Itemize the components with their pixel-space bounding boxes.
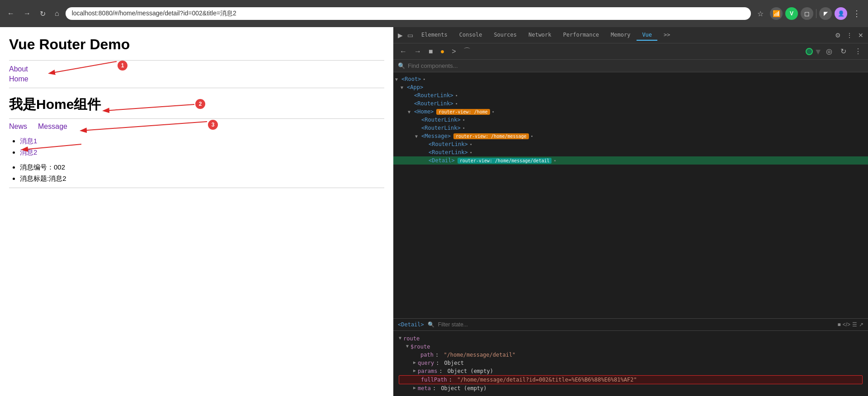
message-link[interactable]: Message (38, 123, 67, 131)
forward-button[interactable]: → (21, 8, 33, 19)
dt-refresh-icon[interactable]: ↻ (838, 46, 849, 57)
extension-icon-1[interactable]: 📶 (770, 7, 783, 20)
devtools-tab-bar: ▶ ▭ Elements Console Sources Network Per… (393, 27, 868, 43)
tab-memory[interactable]: Memory (605, 30, 636, 41)
address-bar[interactable] (66, 7, 751, 20)
tree-dot-rl2: • (455, 101, 458, 106)
state-path-colon: : (435, 352, 442, 358)
state-section-key: route (403, 335, 420, 342)
home-button[interactable]: ⌂ (52, 8, 62, 19)
devtools-close-icon[interactable]: ✕ (856, 31, 865, 40)
dt-target-icon[interactable]: ◎ (823, 46, 835, 57)
tree-node-routerlink-6[interactable]: <RouterLink> • (393, 148, 868, 156)
extension-icon-2[interactable]: V (785, 7, 798, 20)
state-meta-arrow[interactable]: ▶ (413, 385, 416, 390)
tree-node-routerlink-2[interactable]: <RouterLink> • (393, 99, 868, 108)
chrome-actions: 📶 V ◻ ◤ 👤 ⋮ (770, 7, 863, 20)
tree-node-home[interactable]: ▼ <Home> router-view: /home • (393, 108, 868, 116)
state-route-arrow[interactable]: ▼ (406, 344, 409, 349)
tree-dot-rl4: • (462, 126, 465, 131)
message-item-2: 消息2 (20, 148, 384, 157)
about-link[interactable]: About (9, 65, 384, 73)
state-panel: <Detail> 🔍 ■ </> ☰ ↗ ▼ route ▼ $route (393, 319, 868, 396)
state-filter-input[interactable] (438, 321, 834, 328)
devtools-inspect-icon[interactable]: ▶ (396, 31, 405, 40)
state-query-row: ▶ query : Object (399, 359, 863, 367)
message-link-2[interactable]: 消息2 (20, 148, 37, 156)
devtools-options-icon[interactable]: ⋮ (844, 31, 854, 40)
state-action-scroll[interactable]: ■ (837, 321, 840, 328)
tab-performance[interactable]: Performance (558, 30, 604, 41)
tree-tag-rl3: <RouterLink> (421, 117, 461, 123)
state-action-open[interactable]: ↗ (859, 321, 863, 328)
tree-node-message[interactable]: ▼ <Message> router-view: /home/message • (393, 132, 868, 140)
state-query-arrow[interactable]: ▶ (413, 360, 416, 365)
tab-more[interactable]: >> (658, 30, 675, 41)
message-link-1[interactable]: 消息1 (20, 137, 37, 145)
news-link[interactable]: News (9, 123, 27, 131)
tree-node-root[interactable]: ▼ <Root> • (393, 75, 868, 83)
dt-chevron-icon[interactable]: > (449, 47, 458, 57)
tree-dot-rl6: • (470, 150, 472, 155)
tree-node-routerlink-1[interactable]: <RouterLink> • (393, 91, 868, 99)
cast-icon[interactable]: ◤ (819, 7, 832, 20)
dt-circle-icon[interactable]: ● (438, 47, 448, 57)
tab-network[interactable]: Network (523, 30, 557, 41)
star-icon[interactable]: ☆ (755, 8, 766, 20)
state-body: ▼ route ▼ $route path : "/home/message/d… (393, 331, 868, 396)
detail-list: 消息编号：002 消息标题:消息2 (20, 163, 384, 183)
reload-button[interactable]: ↻ (37, 8, 48, 20)
state-params-key: params (418, 368, 437, 374)
state-params-arrow[interactable]: ▶ (413, 368, 416, 373)
devtools-nav: ← → ■ ● > ⌒ ▼ ◎ ↻ ⋮ (393, 43, 868, 60)
state-route-row: ▼ $route (399, 343, 863, 351)
tree-dot-message: • (531, 134, 533, 139)
state-section-arrow[interactable]: ▼ (399, 335, 401, 340)
tree-node-app[interactable]: ▼ <App> (393, 83, 868, 91)
tab-sources[interactable]: Sources (488, 30, 522, 41)
annotation-badge-1: 1 (118, 61, 127, 71)
message-list: 消息1 消息2 (20, 137, 384, 157)
tree-arrow-rl6 (422, 150, 428, 155)
dt-hierarchy-icon[interactable]: ⌒ (461, 46, 473, 57)
dt-back-btn[interactable]: ← (397, 47, 410, 57)
dt-more-icon[interactable]: ⋮ (852, 46, 864, 57)
page-title: Vue Router Demo (9, 36, 384, 53)
state-fullpath-value: "/home/message/detail?id=002&title=%E6%B… (457, 377, 637, 383)
tree-dot-root: • (423, 77, 425, 82)
state-section-row: ▼ route (399, 335, 863, 343)
tree-node-routerlink-3[interactable]: <RouterLink> • (393, 116, 868, 124)
state-query-key: query (418, 360, 434, 366)
tree-arrow-rl1 (408, 93, 413, 98)
state-action-list[interactable]: ☰ (852, 321, 857, 328)
tab-console[interactable]: Console (454, 30, 488, 41)
tree-dot-rl3: • (462, 118, 465, 123)
component-tree: ▼ <Root> • ▼ <App> <RouterLink> • <Route… (393, 72, 868, 318)
back-button[interactable]: ← (5, 8, 17, 19)
tree-node-routerlink-4[interactable]: <RouterLink> • (393, 124, 868, 132)
state-fullpath-key: fullPath (421, 377, 447, 383)
state-action-code[interactable]: </> (843, 321, 850, 328)
tree-tag-detail: <Detail> (429, 157, 455, 164)
state-search-icon: 🔍 (428, 321, 434, 328)
dt-forward-btn[interactable]: → (411, 47, 424, 57)
tree-node-routerlink-5[interactable]: <RouterLink> • (393, 140, 868, 148)
component-search-input[interactable] (408, 62, 863, 69)
devtools-device-icon[interactable]: ▭ (406, 31, 415, 40)
search-icon: 🔍 (398, 62, 405, 69)
home-link[interactable]: Home (9, 75, 384, 83)
divider-2 (9, 88, 384, 88)
tab-elements[interactable]: Elements (416, 30, 453, 41)
state-fullpath-arrow (414, 377, 419, 382)
tree-node-detail[interactable]: <Detail> router-view: /home/message/deta… (393, 156, 868, 165)
menu-button[interactable]: ⋮ (850, 7, 863, 20)
devtools-panel: ▶ ▭ Elements Console Sources Network Per… (393, 27, 868, 396)
avatar[interactable]: 👤 (835, 7, 847, 20)
devtools-settings-icon[interactable]: ⚙ (833, 31, 843, 40)
state-path-value: "/home/message/detail" (443, 352, 515, 358)
dt-square-icon[interactable]: ■ (426, 47, 436, 57)
tab-vue[interactable]: Vue (637, 30, 657, 41)
tree-tag-rl5: <RouterLink> (429, 141, 468, 147)
extension-icon-3[interactable]: ◻ (801, 7, 813, 20)
detail-item-title: 消息标题:消息2 (20, 174, 384, 183)
